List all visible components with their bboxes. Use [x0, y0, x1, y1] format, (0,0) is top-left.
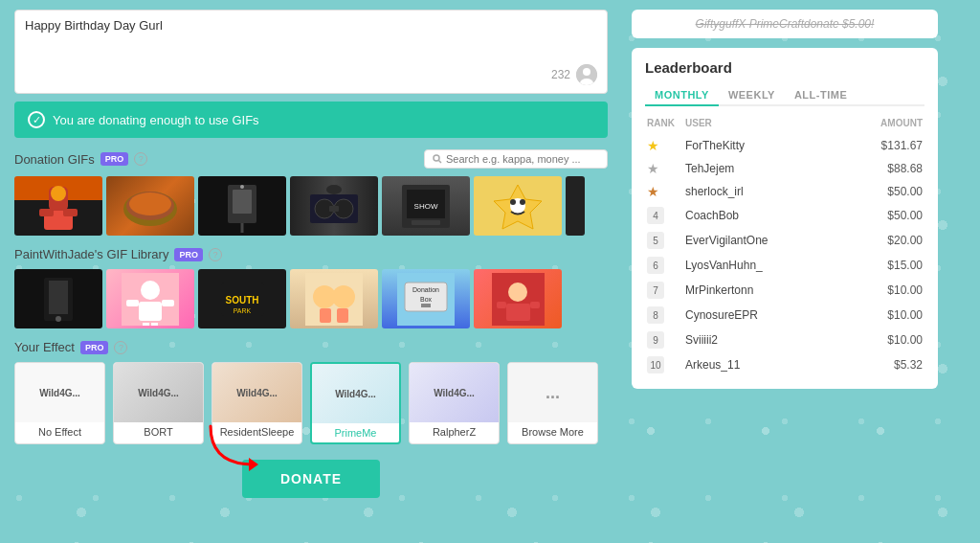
- library-gifs-header: PaintWithJade's GIF Library PRO ?: [14, 247, 608, 261]
- library-gif-thumb[interactable]: Donation Box: [382, 269, 470, 328]
- library-gifs-row: SOUTH PARK Donation: [14, 269, 608, 328]
- svg-rect-36: [126, 300, 139, 306]
- gif-thumb[interactable]: [106, 176, 194, 236]
- lb-rank: 6: [647, 257, 685, 274]
- gif-thumb[interactable]: [474, 176, 562, 236]
- svg-point-3: [434, 155, 439, 161]
- search-icon: [433, 154, 442, 164]
- rank-star-icon: ★: [647, 161, 659, 176]
- lb-user: MrPinkertonn: [685, 283, 846, 297]
- gif-thumb[interactable]: SHOW: [382, 176, 470, 236]
- gif-thumb[interactable]: [198, 176, 286, 236]
- svg-point-28: [510, 199, 516, 205]
- lb-user: CoachBob: [685, 209, 846, 222]
- leaderboard-table-header: RANK USER AMOUNT: [645, 118, 924, 128]
- donation-gifs-help-icon[interactable]: ?: [134, 152, 147, 166]
- lb-user: sherlock_irl: [685, 185, 846, 198]
- message-input[interactable]: Happy Birthday Day Gurl: [25, 18, 597, 57]
- effect-preview: Wild4G...: [114, 363, 203, 422]
- svg-rect-55: [506, 304, 530, 321]
- library-gifs-title: PaintWithJade's GIF Library: [14, 247, 168, 261]
- left-panel: Happy Birthday Day Gurl 232 You are dona…: [0, 0, 622, 508]
- lb-amount: $50.00: [846, 185, 923, 198]
- col-user: USER: [685, 118, 846, 128]
- leaderboard-tab-monthly[interactable]: MONTHLY: [645, 85, 719, 106]
- effect-card-primeme[interactable]: Wild4G... PrimeMe: [310, 362, 401, 444]
- lb-rank: ★: [647, 161, 685, 176]
- lb-amount: $50.00: [846, 209, 923, 222]
- effect-card-bort[interactable]: Wild4G... BORT: [113, 362, 204, 444]
- library-gifs-help-icon[interactable]: ?: [209, 248, 222, 261]
- leaderboard-row: 6 LyosVanHuhn_ $15.00: [645, 253, 924, 278]
- leaderboard-tabs: MONTHLY WEEKLY ALL-TIME: [645, 85, 924, 106]
- your-effect-title: Your Effect: [14, 340, 75, 354]
- gif-search-input[interactable]: [446, 153, 599, 165]
- library-gif-thumb[interactable]: [106, 269, 194, 328]
- lb-rank: 7: [647, 282, 685, 299]
- your-effect-pro-badge: PRO: [80, 341, 109, 354]
- lb-rank: 5: [647, 232, 685, 249]
- effect-card-no-effect[interactable]: Wild4G... No Effect: [14, 362, 105, 444]
- svg-text:PARK: PARK: [233, 307, 251, 314]
- donation-notice-text: You are donating enough to use GIFs: [53, 113, 259, 127]
- svg-text:Box: Box: [420, 296, 433, 303]
- effect-preview-text: Wild4G...: [236, 388, 278, 398]
- donation-gifs-title: Donation GIFs: [14, 152, 95, 167]
- char-count: 232: [551, 68, 570, 81]
- gif-thumb-more[interactable]: [566, 176, 585, 236]
- svg-point-9: [51, 186, 66, 201]
- rank-number: 9: [647, 331, 664, 349]
- svg-text:Donation: Donation: [412, 286, 439, 293]
- svg-point-45: [332, 285, 355, 308]
- library-gif-thumb[interactable]: [14, 269, 102, 328]
- svg-point-29: [520, 199, 525, 205]
- rank-number: 6: [647, 257, 664, 274]
- lb-amount: $10.00: [846, 333, 923, 347]
- effect-preview: Wild4G...: [212, 363, 301, 422]
- arrow-icon: [206, 421, 282, 474]
- avatar: [576, 64, 597, 85]
- lb-rank: 9: [647, 331, 685, 349]
- effect-card-ralpherz[interactable]: Wild4G... RalpherZ: [409, 362, 500, 444]
- leaderboard-row: 7 MrPinkertonn $10.00: [645, 278, 924, 303]
- leaderboard-row: ★ TehJejem $88.68: [645, 157, 924, 180]
- library-gif-thumb[interactable]: SOUTH PARK: [198, 269, 286, 328]
- svg-rect-46: [320, 308, 331, 323]
- notification-text: GiftyguffX PrimeCraftdonate $5.00!: [696, 17, 875, 31]
- lb-user: CynosureEPR: [685, 308, 846, 322]
- svg-rect-20: [329, 206, 339, 212]
- svg-rect-38: [143, 323, 149, 326]
- leaderboard-row: ★ sherlock_irl $50.00: [645, 180, 924, 203]
- gif-thumb[interactable]: [14, 176, 102, 236]
- leaderboard-rows: ★ ForTheKitty $131.67 ★ TehJejem $88.68 …: [645, 134, 924, 377]
- effect-preview: Wild4G...: [312, 364, 399, 423]
- svg-rect-57: [530, 302, 540, 308]
- donation-gifs-search[interactable]: [424, 149, 608, 169]
- effect-card-browse[interactable]: ... Browse More: [507, 362, 598, 444]
- rank-number: 8: [647, 306, 664, 324]
- effect-preview: Wild4G...: [410, 363, 499, 422]
- rank-star-icon: ★: [647, 138, 659, 153]
- message-footer: 232: [25, 64, 597, 85]
- lb-rank: ★: [647, 184, 685, 199]
- svg-point-32: [56, 316, 61, 322]
- svg-point-21: [326, 185, 342, 194]
- leaderboard-tab-alltime[interactable]: ALL-TIME: [785, 85, 857, 104]
- effect-preview-text: ...: [546, 383, 560, 403]
- svg-rect-37: [162, 300, 174, 306]
- lb-user: EverVigilantOne: [685, 234, 846, 247]
- col-rank: RANK: [647, 118, 685, 128]
- effect-label: BORT: [114, 422, 203, 441]
- rank-number: 4: [647, 207, 664, 224]
- svg-rect-24: [412, 220, 440, 225]
- lb-amount: $10.00: [846, 283, 923, 297]
- lb-user: Arkeus_11: [685, 358, 846, 372]
- svg-point-34: [141, 281, 160, 300]
- leaderboard-tab-weekly[interactable]: WEEKLY: [719, 85, 785, 104]
- svg-text:SOUTH: SOUTH: [225, 295, 258, 305]
- library-gif-thumb[interactable]: [290, 269, 378, 328]
- your-effect-help-icon[interactable]: ?: [114, 341, 127, 354]
- lb-rank: 4: [647, 207, 685, 224]
- library-gif-thumb[interactable]: [474, 269, 562, 328]
- gif-thumb[interactable]: [290, 176, 378, 236]
